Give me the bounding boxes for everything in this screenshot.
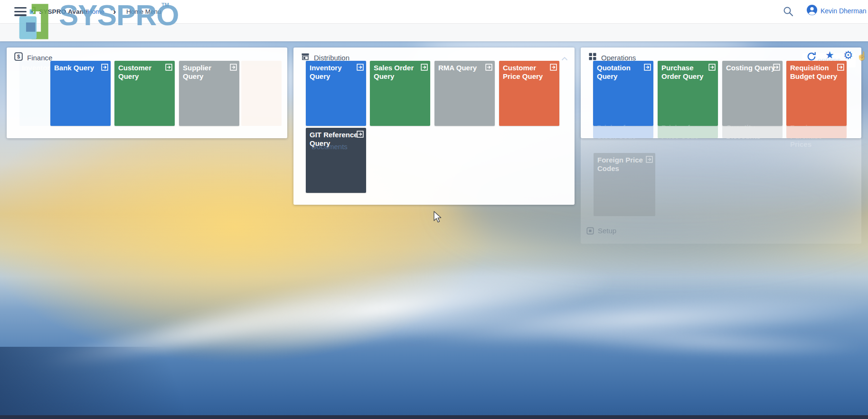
tile-requisition-budget-query[interactable]: Requisition Budget Query Foreign Purchas… [786,61,847,126]
tile-sales-order-query[interactable]: Sales Order Query [370,61,430,126]
group-title-distribution: Distribution [314,54,349,62]
open-in-new-icon[interactable] [357,131,364,138]
syspro-cube-icon [29,7,37,16]
user-avatar-icon[interactable] [806,4,818,18]
tile-inventory-query[interactable]: Inventory Query [306,61,366,126]
ghost-tile-extension [658,126,718,138]
toolbar: ★ ⚙ ☝ [0,24,868,41]
ghost-collapse-chevron-icon [561,54,568,63]
ghost-tile-extension [786,126,847,138]
tile-supplier-query[interactable]: Supplier Query [179,61,239,126]
ghost-tile-extension [593,126,653,138]
open-in-new-icon[interactable] [837,64,844,71]
tile-customer-price-query[interactable]: Customer Price Query [499,61,559,126]
tile-purchase-order-query[interactable]: Purchase Order Query Pricing for a Price… [658,61,718,126]
group-title-finance: Finance [27,54,52,62]
open-in-new-icon[interactable] [708,64,716,71]
open-in-new-icon[interactable] [230,64,237,71]
breadcrumb-chevron-icon: › [113,6,116,17]
road-light-streak [546,322,868,362]
finance-dollar-icon: $ [14,52,23,63]
tile-git-reference-query[interactable]: GIT Reference Query [306,128,366,193]
open-in-new-icon[interactable] [165,64,172,71]
svg-text:$: $ [17,54,20,59]
open-in-new-icon[interactable] [421,64,428,71]
brand-label: SYSPRO Avanti [39,8,88,15]
group-card-finance: $ Finance Inventory Query house Supply C… [7,48,287,138]
group-card-operations: Operations options Quotation Query Prici… [581,48,861,138]
refresh-icon[interactable] [806,51,817,64]
open-in-new-icon[interactable] [357,64,364,71]
ghost-tile [241,61,282,126]
hamburger-menu-icon[interactable] [14,7,27,17]
app-window: SYSPRO Avanti Home › Home Menu Kevin Dhe… [0,0,868,419]
group-card-distribution: Distribution Entry Percentage Change Qua… [293,48,575,205]
tile-quotation-query[interactable]: Quotation Query Pricing for a Stock Code [593,61,653,126]
open-in-new-icon[interactable] [550,64,557,71]
breadcrumb-current: Home Menu [126,8,161,15]
open-in-new-icon[interactable] [485,64,492,71]
bottom-edge-bar [0,415,868,419]
open-in-new-icon[interactable] [101,64,108,71]
tile-bank-query[interactable]: Bank Query [50,61,111,126]
user-name[interactable]: Kevin Dherman [821,7,867,15]
tile-costing-query[interactable]: Costing Query Quantity Discounts [722,61,783,126]
settings-gear-icon[interactable]: ⚙ [843,49,853,62]
header-bar: SYSPRO Avanti Home › Home Menu Kevin Dhe… [0,0,868,24]
open-in-new-icon[interactable] [644,64,651,71]
ghost-tile: Inventory [19,61,50,126]
tile-customer-query[interactable]: Customer Query [114,61,175,126]
group-title-operations: Operations [601,54,636,62]
open-in-new-icon[interactable] [773,64,780,71]
tile-rma-query[interactable]: RMA Query [434,61,495,126]
breadcrumb-home-link[interactable]: Home [87,8,104,15]
road-shadow [0,347,266,419]
favorites-star-icon[interactable]: ★ [825,49,834,61]
ghost-tile-extension [722,126,783,138]
search-icon[interactable] [783,6,794,19]
road-light-streak [388,284,868,355]
